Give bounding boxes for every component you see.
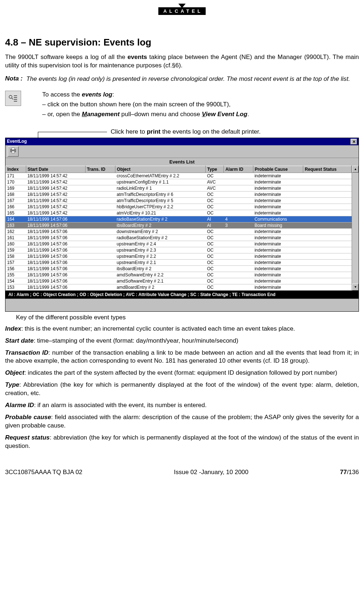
column-header[interactable]: Alarm ID <box>224 166 253 173</box>
table-cell <box>85 216 115 222</box>
table-cell: OC <box>206 235 224 241</box>
table-cell <box>303 235 352 241</box>
table-cell <box>85 247 115 253</box>
table-cell <box>303 284 352 290</box>
table-row[interactable]: 16018/11/1999 14:57:06upstreamEntry # 2.… <box>6 241 352 247</box>
column-header[interactable]: Type <box>206 166 224 173</box>
table-cell: indeterminate <box>253 278 303 284</box>
table-cell: 166 <box>6 204 26 210</box>
svg-rect-7 <box>12 148 15 150</box>
table-cell <box>303 222 352 228</box>
table-cell: 165 <box>6 210 26 216</box>
svg-line-1 <box>12 98 13 99</box>
table-row[interactable]: 16618/11/1999 14:57:42hbBridgeUserCTPEnt… <box>6 204 352 210</box>
column-header[interactable]: Trans. ID <box>85 166 115 173</box>
table-cell: indeterminate <box>253 259 303 265</box>
table-cell <box>303 253 352 259</box>
table-row[interactable]: 15918/11/1999 14:57:06upstreamEntry # 2.… <box>6 247 352 253</box>
table-cell <box>303 265 352 272</box>
scroll-down-icon[interactable]: ▾ <box>352 284 359 291</box>
logo-text: ALCATEL <box>163 8 203 14</box>
window-title: EventLog <box>7 139 27 145</box>
table-cell: AI <box>206 216 224 222</box>
table-cell: 18/11/1999 14:57:06 <box>26 265 85 272</box>
access-instructions: To access the events log: – click on the… <box>5 91 359 120</box>
table-cell: 156 <box>6 265 26 272</box>
table-cell: atmTrafficDescriptorEntry # 5 <box>115 197 206 204</box>
table-cell: OC <box>206 197 224 204</box>
table-cell <box>303 191 352 197</box>
table-cell <box>303 228 352 235</box>
table-row[interactable]: 17018/11/1999 14:57:42upstreamConfigEntr… <box>6 179 352 185</box>
table-cell: atmTrafficDescriptorEntry # 6 <box>115 191 206 197</box>
field-description: Probable cause: field associated with th… <box>5 413 359 430</box>
table-row[interactable]: 15718/11/1999 14:57:06upstreamEntry # 2.… <box>6 259 352 265</box>
table-cell: 18/11/1999 14:57:06 <box>26 247 85 253</box>
table-cell: amdBoardEntry # 2 <box>115 284 206 290</box>
table-cell <box>224 197 253 204</box>
table-cell: 18/11/1999 14:57:42 <box>26 173 85 179</box>
column-header[interactable]: Object <box>115 166 206 173</box>
table-cell <box>85 272 115 278</box>
table-cell: 161 <box>6 235 26 241</box>
section-heading: 4.8 – NE supervision: Events log <box>5 37 359 48</box>
table-cell: 18/11/1999 14:57:06 <box>26 259 85 265</box>
table-cell: 157 <box>6 259 26 265</box>
table-row[interactable]: 16218/11/1999 14:57:06downstreamEntry # … <box>6 228 352 235</box>
close-icon[interactable]: ✕ <box>351 139 357 145</box>
window-titlebar[interactable]: EventLog ✕ <box>5 138 359 145</box>
table-row[interactable]: 15618/11/1999 14:57:06ibsBoardEntry # 2O… <box>6 265 352 272</box>
table-row[interactable]: 15318/11/1999 14:57:06amdBoardEntry # 2O… <box>6 284 352 290</box>
table-cell: 18/11/1999 14:57:42 <box>26 204 85 210</box>
table-cell <box>224 185 253 191</box>
table-cell: 3 <box>224 222 253 228</box>
table-cell: OC <box>206 228 224 235</box>
column-header[interactable]: Start Date <box>26 166 85 173</box>
column-header[interactable]: Probable Cause <box>253 166 303 173</box>
table-row[interactable]: 16718/11/1999 14:57:42atmTrafficDescript… <box>6 197 352 204</box>
table-cell: indeterminate <box>253 265 303 272</box>
table-row[interactable]: 16518/11/1999 14:57:42atmVclEntry # 10.2… <box>6 210 352 216</box>
table-cell: Board missing <box>253 222 303 228</box>
table-cell: OC <box>206 278 224 284</box>
events-list-title: Events List <box>5 158 359 166</box>
page-footer: 3CC10875AAAA TQ BJA 02 Issue 02 -January… <box>5 469 359 476</box>
events-table[interactable]: IndexStart DateTrans. IDObjectTypeAlarm … <box>5 166 352 291</box>
window-toolbar <box>5 145 359 158</box>
table-row[interactable]: 16918/11/1999 14:57:42radioLinkEntry # 1… <box>6 185 352 191</box>
table-cell <box>85 185 115 191</box>
table-cell: AI <box>206 222 224 228</box>
table-row[interactable]: 16418/11/1999 14:57:06radioBaseStationEn… <box>6 216 352 222</box>
table-cell: 18/11/1999 14:57:42 <box>26 185 85 191</box>
table-cell: 18/11/1999 14:57:06 <box>26 284 85 290</box>
table-cell <box>224 265 253 272</box>
table-cell <box>85 278 115 284</box>
table-row[interactable]: 15518/11/1999 14:57:06amdSoftwareEntry #… <box>6 272 352 278</box>
table-cell: 164 <box>6 216 26 222</box>
table-row[interactable]: 16818/11/1999 14:57:42atmTrafficDescript… <box>6 191 352 197</box>
table-cell: indeterminate <box>253 197 303 204</box>
table-cell <box>224 278 253 284</box>
table-cell: OC <box>206 210 224 216</box>
table-row[interactable]: 16318/11/1999 14:57:06ibsBoardEntry # 2A… <box>6 222 352 228</box>
table-cell <box>303 241 352 247</box>
table-row[interactable]: 15418/11/1999 14:57:06amdSoftwareEntry #… <box>6 278 352 284</box>
table-row[interactable]: 15818/11/1999 14:57:06upstreamEntry # 2.… <box>6 253 352 259</box>
table-cell: 153 <box>6 284 26 290</box>
table-cell: downstreamEntry # 2 <box>115 228 206 235</box>
column-header[interactable]: Request Status <box>303 166 352 173</box>
table-cell: 170 <box>6 179 26 185</box>
table-cell: 18/11/1999 14:57:06 <box>26 222 85 228</box>
table-cell: indeterminate <box>253 173 303 179</box>
table-cell: 18/11/1999 14:57:06 <box>26 235 85 241</box>
table-row[interactable]: 17118/11/1999 14:57:42crossCoEthernetATM… <box>6 173 352 179</box>
table-cell <box>224 253 253 259</box>
table-cell <box>224 179 253 185</box>
table-cell <box>303 259 352 265</box>
scrollbar[interactable]: ▴ ▾ <box>352 166 359 291</box>
field-description: Object: indicates the part of the system… <box>5 369 359 377</box>
print-button[interactable] <box>8 146 19 157</box>
scroll-up-icon[interactable]: ▴ <box>352 166 359 173</box>
column-header[interactable]: Index <box>6 166 26 173</box>
table-row[interactable]: 16118/11/1999 14:57:06radioBaseStationEn… <box>6 235 352 241</box>
